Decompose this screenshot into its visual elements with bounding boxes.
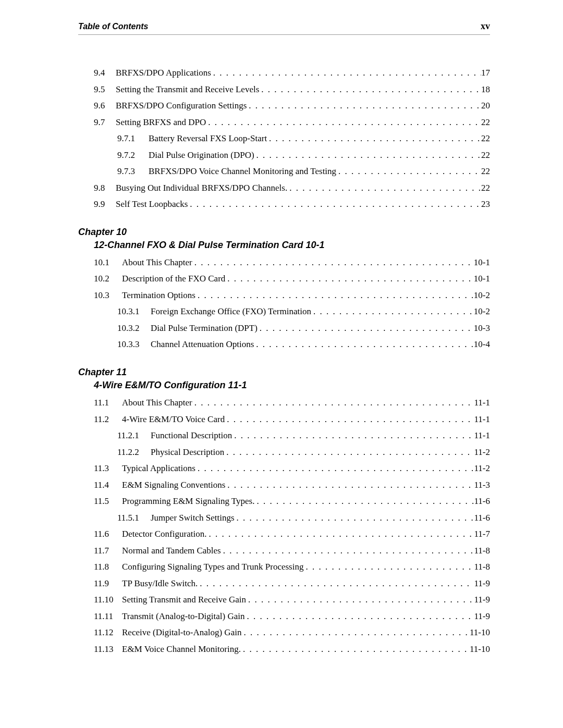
toc-entry-number: 11.8 — [94, 560, 122, 574]
toc-entry-number: 11.1 — [94, 396, 122, 410]
toc-entry-page: 10-1 — [474, 256, 490, 269]
toc-entry-text: BRFXS/DPO Voice Channel Monitoring and T… — [149, 165, 336, 178]
toc-entry-page: 11-1 — [474, 413, 490, 426]
toc-entry: 9.7.1Battery Reversal FXS Loop-Start . .… — [78, 132, 490, 145]
toc-entry-number: 9.8 — [94, 181, 116, 195]
toc-entry-page: 11-6 — [474, 495, 490, 508]
toc-dots: . . . . . . . . . . . . . . . . . . . . … — [241, 626, 470, 639]
toc-entry-number: 9.9 — [94, 198, 116, 211]
toc-entry-text: About This Chapter — [122, 256, 192, 269]
toc-entry-number: 9.7.2 — [117, 149, 149, 162]
toc-entry-number: 9.5 — [94, 83, 116, 96]
toc-entry: 11.5Programming E&M Signaling Types. . .… — [78, 495, 490, 508]
toc-dots: . . . . . . . . . . . . . . . . . . . . … — [211, 66, 481, 80]
toc-dots: . . . . . . . . . . . . . . . . . . . . … — [336, 165, 481, 178]
toc-entry: 11.8Configuring Signaling Types and Trun… — [78, 560, 490, 574]
chapter-number: Chapter 10 — [78, 226, 490, 239]
toc-entry-page: 23 — [481, 198, 490, 211]
toc-entry-text: Setting the Transmit and Receive Levels — [116, 83, 259, 96]
toc-entry-number: 11.4 — [94, 478, 122, 492]
toc-entry-number: 10.2 — [94, 272, 122, 286]
toc-entry: 11.24-Wire E&M/TO Voice Card . . . . . .… — [78, 413, 490, 426]
toc-entry: 9.7.2Dial Pulse Origination (DPO) . . . … — [78, 149, 490, 162]
toc-dots: . . . . . . . . . . . . . . . . . . . . … — [225, 272, 474, 286]
toc-entry-page: 11-8 — [474, 560, 490, 574]
toc-entry-page: 10-4 — [474, 338, 490, 351]
toc-entry-page: 11-9 — [474, 610, 490, 623]
toc-entry: 9.4BRFXS/DPO Applications . . . . . . . … — [78, 66, 490, 80]
toc-entry: 9.7Setting BRFXS and DPO . . . . . . . .… — [78, 116, 490, 129]
toc-entry-text: Typical Applications — [122, 462, 195, 475]
toc-dots: . . . . . . . . . . . . . . . . . . . . … — [287, 181, 481, 195]
toc-entry-text: BRFXS/DPO Configuration Settings — [116, 99, 247, 113]
toc-entry-number: 9.4 — [94, 66, 116, 80]
toc-entry-number: 11.10 — [94, 593, 122, 607]
toc-entry-text: Setting BRFXS and DPO — [116, 116, 206, 129]
toc-entry-number: 11.5 — [94, 495, 122, 508]
toc-entry-number: 11.6 — [94, 527, 122, 541]
toc-entry-text: Setting Transmit and Receive Gain — [122, 593, 246, 607]
toc-entry: 11.7Normal and Tandem Cables . . . . . .… — [78, 544, 490, 558]
toc-entry-text: Functional Description — [151, 429, 232, 442]
toc-entry-number: 9.7.1 — [117, 132, 149, 145]
toc-entry-page: 10-2 — [474, 289, 490, 302]
toc-dots: . . . . . . . . . . . . . . . . . . . . … — [192, 256, 474, 269]
toc-entry: 11.12Receive (Digital-to-Analog) Gain . … — [78, 626, 490, 639]
toc-entry-page: 11-10 — [470, 626, 490, 639]
toc-dots: . . . . . . . . . . . . . . . . . . . . … — [225, 478, 474, 492]
chapter-heading: Chapter 114-Wire E&M/TO Configuration 11… — [78, 366, 490, 392]
toc-dots: . . . . . . . . . . . . . . . . . . . . … — [259, 83, 481, 96]
toc-entry-text: 4-Wire E&M/TO Voice Card — [122, 413, 225, 426]
toc-entry: 11.9TP Busy/Idle Switch. . . . . . . . .… — [78, 577, 490, 590]
chapter-title: 4-Wire E&M/TO Configuration 11-1 — [78, 379, 490, 392]
toc-dots: . . . . . . . . . . . . . . . . . . . . … — [254, 338, 474, 351]
toc-entry: 9.5Setting the Transmit and Receive Leve… — [78, 83, 490, 96]
toc-entry: 10.3.2Dial Pulse Termination (DPT) . . .… — [78, 322, 490, 335]
toc-dots: . . . . . . . . . . . . . . . . . . . . … — [303, 560, 474, 574]
toc-entry: 11.13E&M Voice Channel Monitoring. . . .… — [78, 643, 490, 656]
toc-dots: . . . . . . . . . . . . . . . . . . . . … — [254, 149, 481, 162]
toc-entry-page: 11-3 — [474, 478, 490, 492]
toc-entry-number: 9.6 — [94, 99, 116, 113]
toc-entry: 9.8Busying Out Individual BRFXS/DPO Chan… — [78, 181, 490, 195]
page-number: xv — [481, 21, 490, 32]
toc-entry: 10.3Termination Options . . . . . . . . … — [78, 289, 490, 302]
toc-entry-page: 11-7 — [474, 527, 490, 541]
toc-entry-page: 22 — [481, 149, 490, 162]
toc-entry-page: 10-1 — [474, 272, 490, 286]
toc-entry: 9.9Self Test Loopbacks . . . . . . . . .… — [78, 198, 490, 211]
toc-entry-number: 10.1 — [94, 256, 122, 269]
toc-entry: 10.3.3Channel Attenuation Options . . . … — [78, 338, 490, 351]
toc-entry-text: Normal and Tandem Cables — [122, 544, 221, 558]
toc-entry-text: Battery Reversal FXS Loop-Start — [149, 132, 267, 145]
header-title: Table of Contents — [78, 22, 149, 31]
toc-entry-page: 10-2 — [474, 305, 490, 318]
toc-entry-page: 11-8 — [474, 544, 490, 558]
toc-entry-text: Dial Pulse Origination (DPO) — [149, 149, 254, 162]
toc-entry-number: 11.11 — [94, 610, 122, 623]
toc-entry-page: 11-6 — [474, 511, 490, 525]
toc-dots: . . . . . . . . . . . . . . . . . . . . … — [244, 610, 474, 623]
toc-entry: 11.11Transmit (Analog-to-Digital) Gain .… — [78, 610, 490, 623]
toc-entry-text: About This Chapter — [122, 396, 192, 410]
toc-dots: . . . . . . . . . . . . . . . . . . . . … — [192, 396, 474, 410]
toc-entry-page: 17 — [481, 66, 490, 80]
chapter-heading: Chapter 1012-Channel FXO & Dial Pulse Te… — [78, 226, 490, 252]
toc-entry-text: Dial Pulse Termination (DPT) — [151, 322, 258, 335]
toc-dots: . . . . . . . . . . . . . . . . . . . . … — [195, 462, 474, 475]
toc-entry-text: Configuring Signaling Types and Trunk Pr… — [122, 560, 303, 574]
toc-entry-page: 11-2 — [474, 462, 490, 475]
toc-dots: . . . . . . . . . . . . . . . . . . . . … — [235, 511, 474, 525]
toc-entry-page: 20 — [481, 99, 490, 113]
toc-dots: . . . . . . . . . . . . . . . . . . . . … — [195, 289, 474, 302]
toc-entry-number: 11.3 — [94, 462, 122, 475]
toc-entry-text: Programming E&M Signaling Types. — [122, 495, 254, 508]
toc-entry-page: 22 — [481, 116, 490, 129]
toc-entry-number: 11.9 — [94, 577, 122, 590]
toc-entry-number: 11.2 — [94, 413, 122, 426]
toc-entry-text: Channel Attenuation Options — [151, 338, 254, 351]
toc-entry-page: 11-10 — [470, 643, 490, 656]
toc-entry-text: Busying Out Individual BRFXS/DPO Channel… — [116, 181, 287, 195]
toc-entry: 11.5.1Jumper Switch Settings . . . . . .… — [78, 511, 490, 525]
toc-dots: . . . . . . . . . . . . . . . . . . . . … — [258, 322, 474, 335]
